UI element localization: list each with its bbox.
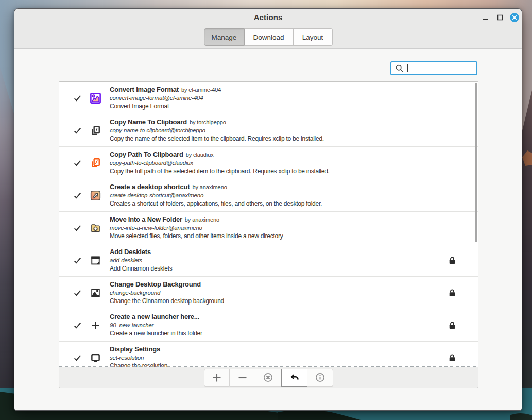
text-caret <box>407 64 408 72</box>
check-icon <box>74 160 81 166</box>
check-icon <box>74 192 81 199</box>
lock-icon <box>448 354 456 362</box>
action-author: by el-amine-404 <box>181 87 221 93</box>
info-icon <box>315 373 325 382</box>
image-purple-icon <box>90 93 101 104</box>
copy-dark-icon <box>90 125 101 136</box>
action-title: Convert Image Format <box>110 86 179 93</box>
enabled-checkmark[interactable] <box>59 95 81 102</box>
search-icon <box>395 64 404 73</box>
action-row-copy-path-to-clipboard[interactable]: Copy Path To Clipboardby claudiux copy-p… <box>59 147 478 179</box>
window-title: Actions <box>14 13 522 22</box>
shortcut-icon <box>90 190 101 201</box>
image-dark-icon <box>90 288 101 298</box>
plus-icon <box>90 320 101 331</box>
action-row-change-desktop-background[interactable]: Change Desktop Background change-backgro… <box>59 277 478 309</box>
minus-icon <box>238 373 247 382</box>
actions-list: Convert Image Formatby el-amine-404 conv… <box>59 82 478 367</box>
plus-icon <box>212 373 221 382</box>
enabled-checkmark[interactable] <box>59 160 81 166</box>
action-title: Copy Name To Clipboard <box>110 118 187 126</box>
close-button[interactable] <box>508 11 521 24</box>
action-title: Add Desklets <box>110 248 151 256</box>
copy-orange-icon <box>90 158 101 169</box>
action-author: by claudiux <box>186 152 214 158</box>
titlebar[interactable]: Actions Manage Download Layout <box>14 9 522 49</box>
action-description: Move selected files, folders, and other … <box>110 232 478 240</box>
action-row-move-into-new-folder[interactable]: Move Into a New Folderby anaximeno move-… <box>59 212 478 244</box>
action-title: Move Into a New Folder <box>110 215 182 223</box>
remove-action-button[interactable] <box>230 369 255 387</box>
enabled-checkmark[interactable] <box>59 257 81 264</box>
action-uuid: change-background <box>110 289 444 297</box>
tab-layout[interactable]: Layout <box>294 28 333 46</box>
minimize-button[interactable] <box>479 11 492 24</box>
action-row-add-desklets[interactable]: Add Desklets add-desklets Add Cinnamon d… <box>59 244 478 277</box>
action-row-create-desktop-shortcut[interactable]: Create a desktop shortcutby anaximeno cr… <box>59 179 478 212</box>
action-row-display-settings[interactable]: Display Settings set-resolution Change t… <box>59 342 478 367</box>
folder-plus-icon <box>90 223 101 233</box>
action-author: by torchipeppo <box>190 119 226 125</box>
list-toolbar <box>59 367 478 388</box>
enabled-checkmark[interactable] <box>59 192 81 199</box>
action-uuid: 90_new-launcher <box>110 321 444 329</box>
desklet-icon <box>90 255 101 266</box>
action-uuid: create-desktop-shortcut@anaximeno <box>110 191 478 199</box>
tab-download[interactable]: Download <box>245 28 294 46</box>
lock-icon <box>448 321 456 330</box>
tab-manage[interactable]: Manage <box>204 28 245 46</box>
action-uuid: copy-name-to-clipboard@torchipeppo <box>110 126 478 135</box>
lock-icon <box>448 289 456 297</box>
action-description: Copy the name of the selected item to th… <box>110 135 478 143</box>
action-row-create-new-launcher[interactable]: Create a new launcher here... 90_new-lau… <box>59 309 478 342</box>
action-author: by anaximeno <box>185 216 219 223</box>
view-switcher: Manage Download Layout <box>14 28 522 46</box>
circle-cross-icon <box>263 373 273 382</box>
action-description: Convert Image Format <box>110 102 478 110</box>
actions-window: Actions Manage Download Layout <box>14 8 522 411</box>
check-icon <box>74 355 81 361</box>
enabled-checkmark[interactable] <box>59 355 81 361</box>
check-icon <box>74 322 81 329</box>
minimize-icon <box>479 11 492 24</box>
about-action-button[interactable] <box>307 369 333 387</box>
action-description: Creates a shortcut of folders, applicati… <box>110 199 478 208</box>
check-icon <box>74 225 81 231</box>
check-icon <box>74 290 81 296</box>
action-author: by anaximeno <box>192 184 227 190</box>
add-action-button[interactable] <box>204 369 230 387</box>
action-description: Copy the full path of the selected item … <box>110 167 478 175</box>
action-uuid: move-into-a-new-folder@anaximeno <box>110 224 478 232</box>
actions-list-frame: Convert Image Formatby el-amine-404 conv… <box>59 81 478 388</box>
action-description: Create a new launcher in this folder <box>110 329 444 338</box>
check-icon <box>74 95 81 102</box>
action-uuid: copy-path-to-clipboard@claudiux <box>110 159 478 167</box>
close-icon <box>508 11 521 24</box>
action-uuid: convert-image-format@el-amine-404 <box>110 94 478 102</box>
vertical-scrollbar[interactable] <box>475 83 477 242</box>
undo-arrow-icon <box>289 373 300 383</box>
action-row-copy-name-to-clipboard[interactable]: Copy Name To Clipboardby torchipeppo cop… <box>59 114 478 147</box>
monitor-icon <box>90 352 101 363</box>
action-title: Copy Path To Clipboard <box>110 150 183 158</box>
enabled-checkmark[interactable] <box>59 127 81 134</box>
action-uuid: set-resolution <box>110 354 444 362</box>
action-title: Change Desktop Background <box>110 280 201 288</box>
maximize-button[interactable] <box>494 11 506 24</box>
undo-button[interactable] <box>281 369 307 387</box>
action-uuid: add-desklets <box>110 256 444 264</box>
maximize-icon <box>494 11 506 24</box>
action-title: Display Settings <box>110 345 160 353</box>
action-row-convert-image-format[interactable]: Convert Image Formatby el-amine-404 conv… <box>59 82 478 114</box>
search-input[interactable] <box>390 61 477 75</box>
enabled-checkmark[interactable] <box>59 225 81 231</box>
action-description: Add Cinnamon desklets <box>110 264 444 273</box>
enabled-checkmark[interactable] <box>59 322 81 329</box>
action-description: Change the Cinnamon desktop background <box>110 297 444 305</box>
check-icon <box>74 257 81 264</box>
action-title: Create a desktop shortcut <box>110 183 190 191</box>
disable-action-button[interactable] <box>255 369 281 387</box>
enabled-checkmark[interactable] <box>59 290 81 296</box>
check-icon <box>74 127 81 134</box>
action-title: Create a new launcher here... <box>110 313 199 321</box>
